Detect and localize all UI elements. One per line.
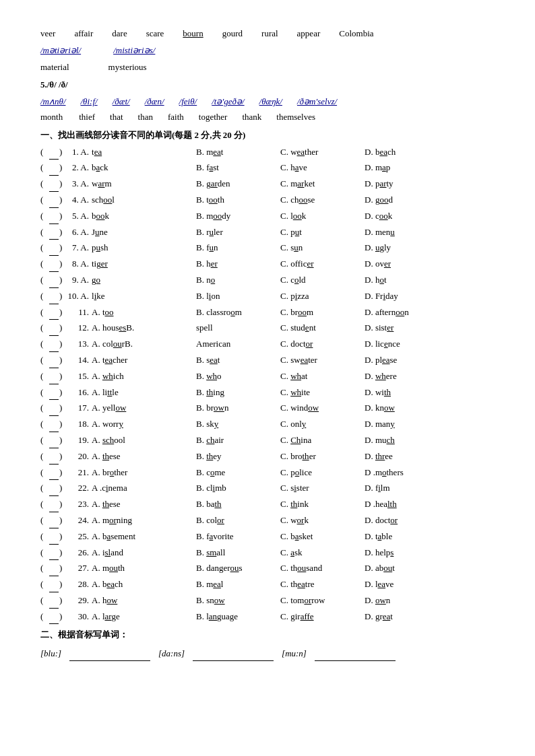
ipa-material: /mətiəriəl/ (40, 44, 81, 58)
question-row-6: ( ) 6. A. June B. ruler C. put D. menu (40, 226, 495, 240)
ipa-mun: [mu:n] (282, 647, 307, 661)
exercise1-title: 一、找出画线部分读音不同的单词(每题 2 分,共 20 分) (40, 129, 495, 143)
question-row-4: ( ) 4. A. school B. tooth C. choose D. g… (40, 193, 495, 208)
meaning-material: material (40, 61, 69, 75)
ipa-faith: /feiθ/ (179, 95, 197, 109)
question-row-13: ( ) 13. A. colourB. American C. doctor D… (40, 337, 495, 352)
section2-title: 二、根据音标写单词： (40, 628, 495, 642)
question-row-11: ( ) 11. A. too B. classroom C. broom D. … (40, 306, 495, 320)
question-row-16: ( ) 16. A. little B. thing C. white D. w… (40, 386, 495, 401)
top-words-row: veer affair dare scare bourn gourd rural… (40, 27, 495, 41)
word-colombia: Colombia (339, 27, 373, 41)
question-row-12: ( ) 12. A. housesB. spell C. student D. … (40, 321, 495, 336)
dictation-row: [blu:] [da:ns] [mu:n] (40, 646, 495, 661)
question-row-9: ( ) 9. A. go B. no C. cold D. hot (40, 273, 495, 288)
section5-ipa-row: /mʌnθ/ /θi:f/ /ðæt/ /ðæn/ /feiθ/ /tə'geð… (40, 95, 495, 109)
question-row-2: ( ) 2. A. back B. fast C. have D. map (40, 161, 495, 176)
word-bourn: bourn (183, 27, 203, 41)
question-row-28: ( ) 28. A. beach B. meal C. theatre D. l… (40, 578, 495, 592)
question-row-27: ( ) 27. A. mouth B. dangerous C. thousan… (40, 561, 495, 576)
question-row-22: ( ) 22. A .cinema B. climb C. sister D. … (40, 481, 495, 496)
ipa-that: /ðæt/ (113, 95, 130, 109)
question-row-17: ( ) 17. A. yellow B. brown C. window D. … (40, 401, 495, 416)
question-row-24: ( ) 24. A. morning B. color C. work D. d… (40, 514, 495, 528)
answer-line-3[interactable] (315, 646, 396, 661)
word-gourd: gourd (222, 27, 243, 41)
question-row-20: ( ) 20. A. these B. they C. brother D. t… (40, 450, 495, 465)
ipa-mysterious: /mistiəriəs/ (113, 44, 155, 58)
word-month: month (40, 110, 63, 125)
question-row-5: ( ) 5. A. book B. moody C. look D. cook (40, 209, 495, 224)
question-row-30: ( ) 30. A. large B. language C. giraffe … (40, 610, 495, 625)
ipa-thank: /θæŋk/ (259, 95, 282, 109)
question-row-14: ( ) 14. A. teacher B. seat C. sweater D.… (40, 353, 495, 368)
word-thief: thief (79, 110, 95, 125)
meanings-row: material mysterious (40, 61, 495, 75)
word-appear: appear (297, 27, 321, 41)
word-together: together (199, 110, 228, 125)
question-row-8: ( ) 8. A. tiger B. her C. officer D. ove… (40, 257, 495, 272)
question-row-7: ( ) 7. A. push B. fun C. sun D. ugly (40, 241, 495, 256)
questions-11-20: ( ) 11. A. too B. classroom C. broom D. … (40, 306, 495, 465)
question-row-19: ( ) 19. A. school B. chair C. China D. m… (40, 434, 495, 448)
ipa-than: /ðæn/ (145, 95, 164, 109)
question-row-15: ( ) 15. A. which B. who C. what D. where (40, 370, 495, 384)
question-row-26: ( ) 26. A. island B. small C. ask D. hel… (40, 546, 495, 561)
phonetics-row: /mətiəriəl/ /mistiəriəs/ (40, 44, 495, 58)
section5-label: 5./θ/ /ð/ (40, 78, 495, 92)
word-thank: thank (242, 110, 261, 125)
question-row-18: ( ) 18. A. worry B. sky C. only D. many (40, 417, 495, 432)
ipa-thief: /θi:f/ (81, 95, 98, 109)
word-affair: affair (74, 27, 93, 41)
question-row-21: ( ) 21. A. brother B. come C. police D .… (40, 466, 495, 481)
question-row-25: ( ) 25. A. basement B. favorite C. baske… (40, 530, 495, 545)
question-row-3: ( ) 3. A. warm B. garden C. market D. pa… (40, 177, 495, 192)
word-scare: scare (146, 27, 164, 41)
section5-words-row: month thief that than faith together tha… (40, 110, 495, 125)
questions-1-10: ( ) 1. A. tea B. meat C. weather D. beac… (40, 145, 495, 304)
ipa-themselves: /ðəm'selvz/ (297, 95, 337, 109)
word-that: that (110, 110, 123, 125)
ipa-together: /tə'geðə/ (212, 95, 244, 109)
answer-line-2[interactable] (193, 646, 274, 661)
answer-line-1[interactable] (69, 646, 150, 661)
question-row-23: ( ) 23. A. these B. bath C. think D .hea… (40, 497, 495, 512)
word-than: than (138, 110, 153, 125)
ipa-blu: [blu:] (40, 647, 61, 661)
question-row-10: ( ) 10. A. like B. lion C. pizza D. Frid… (40, 289, 495, 304)
word-rural: rural (261, 27, 278, 41)
ipa-dans: [da:ns] (158, 647, 185, 661)
word-dare: dare (112, 27, 127, 41)
page-content: veer affair dare scare bourn gourd rural… (40, 27, 495, 661)
word-faith: faith (168, 110, 184, 125)
ipa-month: /mʌnθ/ (40, 95, 66, 109)
meaning-mysterious: mysterious (108, 61, 147, 75)
question-row-29: ( ) 29. A. how B. snow C. tomorrow D. ow… (40, 594, 495, 609)
word-veer: veer (40, 27, 55, 41)
word-themselves: themselves (276, 110, 315, 125)
question-row-1: ( ) 1. A. tea B. meat C. weather D. beac… (40, 145, 495, 160)
questions-21-30: ( ) 21. A. brother B. come C. police D .… (40, 466, 495, 625)
